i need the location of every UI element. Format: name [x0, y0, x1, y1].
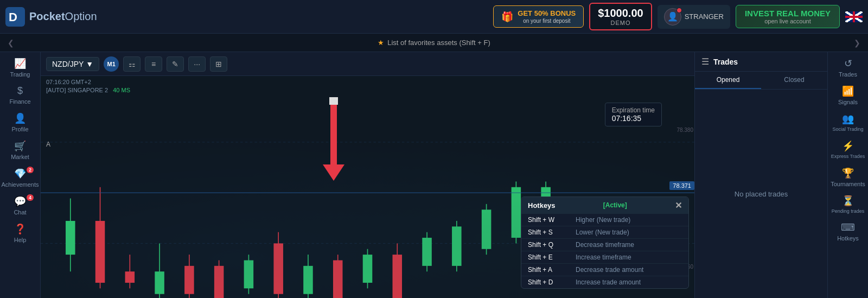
trades-tabs: Opened Closed — [695, 72, 827, 90]
invest-button[interactable]: INVEST REAL MONEY open live account — [736, 5, 840, 28]
sidebar-right-label-trades: Trades — [839, 71, 857, 78]
trading-icon: 📈 — [14, 58, 26, 69]
reload-icon: ↺ — [844, 58, 852, 69]
market-icon: 🛒 — [14, 140, 26, 152]
hotkey-desc-q: Decrease timeframe — [576, 241, 634, 249]
tournaments-icon: 🏆 — [842, 167, 854, 179]
hotkeys-close-button[interactable]: ✕ — [675, 200, 682, 211]
sidebar-right-label-social: Social Trading — [832, 126, 863, 132]
sidebar-right-label-express: Express Trades — [831, 154, 865, 160]
hotkey-key-e: Shift + E — [528, 253, 571, 261]
hotkey-desc-e: Increase timeframe — [576, 253, 631, 261]
chart-toolbar: NZD/JPY ▼ M1 ⚏ ≡ ✎ ··· ⊞ — [41, 52, 694, 76]
hotkey-row-d: Shift + D Increase trade amount — [521, 276, 688, 288]
nav-next[interactable]: ❯ — [854, 39, 860, 47]
star-icon: ★ — [378, 39, 384, 47]
bonus-button[interactable]: 🎁 GET 50% BONUS on your first deposit — [493, 5, 584, 28]
price-high-label: 78.380 — [676, 127, 693, 133]
sidebar-label-profile: Profile — [11, 126, 28, 132]
pair-selector[interactable]: NZD/JPY ▼ — [46, 57, 99, 71]
timeframe-button[interactable]: M1 — [104, 56, 119, 72]
sidebar-item-profile[interactable]: 👤 Profile — [0, 109, 40, 136]
sidebar-left: 📈 Trading $ Finance 👤 Profile 🛒 Market 💎… — [0, 52, 41, 298]
keyboard-icon: ⌨ — [841, 221, 855, 233]
layout-button[interactable]: ⊞ — [210, 56, 227, 72]
gift-icon: 🎁 — [501, 11, 513, 23]
user-button[interactable]: 👤 STRANGER — [658, 5, 730, 29]
sidebar-item-chat[interactable]: 💬 4 Chat — [0, 192, 40, 219]
express-icon: ⚡ — [842, 140, 854, 152]
header-actions: 🎁 GET 50% BONUS on your first deposit $1… — [493, 3, 863, 30]
hotkey-key-d: Shift + D — [528, 278, 571, 286]
avatar: 👤 — [664, 8, 681, 26]
sidebar-label-achievements: Achievements — [1, 181, 39, 188]
sidebar-right-tournaments[interactable]: 🏆 Tournaments — [828, 164, 868, 191]
sidebar-right-hotkeys[interactable]: ⌨ Hotkeys — [828, 218, 868, 245]
expiry-box: Expiration time 07:16:35 — [605, 103, 662, 126]
language-flag[interactable] — [845, 11, 863, 22]
draw-button[interactable]: ✎ — [167, 56, 184, 72]
tab-closed[interactable]: Closed — [761, 72, 827, 89]
pair-chevron: ▼ — [86, 60, 93, 68]
expiry-label: Expiration time — [612, 106, 655, 114]
bonus-sub: on your first deposit — [518, 18, 576, 24]
hotkeys-header: Hotkeys [Active] ✕ — [521, 197, 688, 214]
sidebar-item-help[interactable]: ❓ Help — [0, 220, 40, 246]
sidebar-right: ↺ Trades 📶 Signals 👥 Social Trading ⚡ Ex… — [827, 52, 868, 298]
server-info: [AUTO] SINGAPORE 2 40 MS — [46, 86, 689, 94]
main-content: 📈 Trading $ Finance 👤 Profile 🛒 Market 💎… — [0, 52, 868, 298]
social-trading-icon: 👥 — [842, 113, 854, 125]
sidebar-right-signals[interactable]: 📶 Signals — [828, 82, 868, 109]
sidebar-item-market[interactable]: 🛒 Market — [0, 137, 40, 163]
sidebar-label-finance: Finance — [9, 98, 30, 105]
logo: D PocketOption — [5, 7, 97, 27]
sidebar-item-trading[interactable]: 📈 Trading — [0, 54, 40, 81]
more-button[interactable]: ··· — [188, 56, 206, 72]
hotkey-key-a: Shift + A — [528, 266, 571, 274]
hotkey-desc-s: Lower (New trade) — [576, 229, 629, 236]
hotkey-key-q: Shift + Q — [528, 241, 571, 249]
hotkey-key-s: Shift + S — [528, 229, 571, 236]
pending-icon: ⏳ — [842, 195, 854, 207]
hotkeys-status: [Active] — [603, 201, 627, 209]
indicators-button[interactable]: ≡ — [145, 56, 162, 72]
hotkey-desc-a: Decrease trade amount — [576, 266, 643, 274]
expiry-time: 07:16:35 — [612, 114, 655, 123]
sidebar-right-label-pending: Pending trades — [832, 208, 865, 214]
signals-icon: 📶 — [842, 85, 854, 97]
arrow-head — [323, 164, 344, 181]
pair-label: NZD/JPY — [52, 60, 84, 68]
chat-badge: 4 — [27, 194, 34, 201]
profile-icon: 👤 — [14, 112, 26, 124]
sidebar-right-pending[interactable]: ⏳ Pending trades — [828, 192, 868, 218]
user-name: STRANGER — [685, 12, 724, 21]
sidebar-right-label-hotkeys: Hotkeys — [837, 235, 859, 242]
hotkeys-title: Hotkeys — [528, 201, 556, 210]
invest-main: INVEST REAL MONEY — [745, 9, 831, 18]
time-info: 07:16:20 GMT+2 — [46, 78, 689, 86]
notification-dot — [676, 8, 682, 13]
demo-balance[interactable]: $1000.00 DEMO — [589, 3, 652, 30]
sidebar-right-social[interactable]: 👥 Social Trading — [828, 110, 868, 136]
sidebar-label-help: Help — [14, 237, 27, 243]
sidebar-right-trades[interactable]: ↺ Trades — [828, 54, 868, 81]
hotkey-row-w: Shift + W Higher (New trade) — [521, 214, 688, 226]
hotkey-row-e: Shift + E Increase timeframe — [521, 251, 688, 264]
trades-header: ☰ Trades — [695, 52, 827, 72]
candlestick-chart: A — [41, 97, 694, 298]
trades-list-icon: ☰ — [701, 56, 709, 67]
latency-info: 40 MS — [113, 87, 130, 93]
arrow-body — [330, 105, 337, 164]
nav-prev[interactable]: ❮ — [8, 39, 14, 47]
hotkey-key-w: Shift + W — [528, 216, 571, 224]
chart-type-button[interactable]: ⚏ — [123, 56, 141, 72]
sidebar-right-express[interactable]: ⚡ Express Trades — [828, 137, 868, 163]
sidebar-item-achievements[interactable]: 💎 2 Achievements — [0, 164, 40, 191]
hotkey-desc-d: Increase trade amount — [576, 278, 641, 286]
sidebar-item-finance[interactable]: $ Finance — [0, 82, 40, 108]
achievements-badge: 2 — [27, 167, 34, 173]
tab-opened[interactable]: Opened — [695, 72, 761, 89]
header: D PocketOption 🎁 GET 50% BONUS on your f… — [0, 0, 868, 34]
hotkey-row-a: Shift + A Decrease trade amount — [521, 264, 688, 276]
sidebar-label-chat: Chat — [14, 209, 26, 215]
